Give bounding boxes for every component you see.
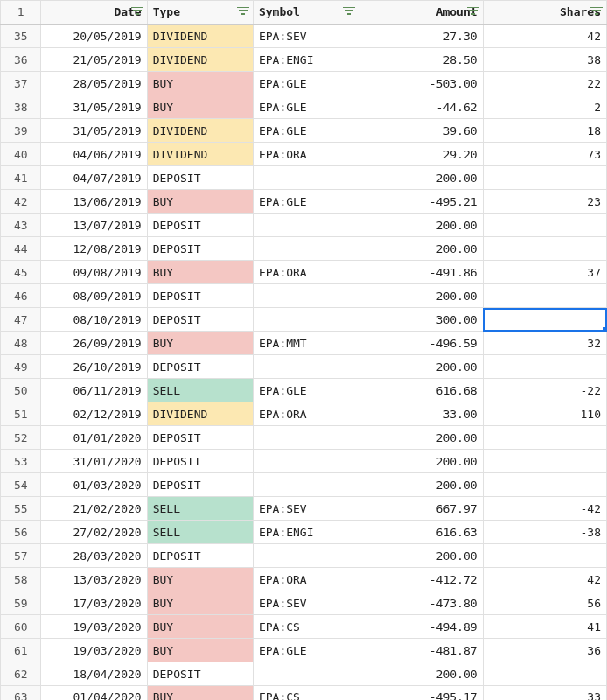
cell-type[interactable]: BUY	[147, 95, 253, 119]
cell-shares[interactable]: 18	[483, 119, 606, 143]
row-number[interactable]: 38	[1, 95, 41, 119]
cell-shares[interactable]: 41	[483, 615, 606, 639]
cell-type[interactable]: DIVIDEND	[147, 119, 253, 143]
cell-symbol[interactable]: EPA:ORA	[253, 143, 359, 166]
cell-date[interactable]: 28/03/2020	[41, 544, 147, 568]
cell-type[interactable]: BUY	[147, 261, 253, 284]
row-number[interactable]: 43	[1, 214, 41, 237]
cell-amount[interactable]: 616.63	[359, 521, 483, 544]
cell-symbol[interactable]: EPA:CS	[253, 615, 359, 639]
row-number[interactable]: 63	[1, 686, 41, 701]
cell-symbol[interactable]	[253, 450, 359, 473]
cell-symbol[interactable]	[253, 166, 359, 190]
cell-symbol[interactable]	[253, 355, 359, 379]
filter-icon[interactable]	[237, 7, 249, 18]
cell-symbol[interactable]	[253, 426, 359, 450]
cell-type[interactable]: DEPOSIT	[147, 355, 253, 379]
cell-amount[interactable]: 33.00	[359, 402, 483, 426]
cell-amount[interactable]: 200.00	[359, 237, 483, 261]
cell-symbol[interactable]: EPA:GLE	[253, 379, 359, 402]
row-number[interactable]: 39	[1, 119, 41, 143]
row-number[interactable]: 35	[1, 24, 41, 48]
cell-shares[interactable]	[483, 355, 606, 379]
cell-shares[interactable]: -38	[483, 521, 606, 544]
cell-symbol[interactable]: EPA:GLE	[253, 72, 359, 95]
cell-date[interactable]: 31/05/2019	[41, 119, 147, 143]
cell-symbol[interactable]	[253, 308, 359, 332]
row-number[interactable]: 61	[1, 639, 41, 662]
cell-date[interactable]: 09/08/2019	[41, 261, 147, 284]
row-number[interactable]: 57	[1, 544, 41, 568]
cell-type[interactable]: DIVIDEND	[147, 402, 253, 426]
cell-type[interactable]: DEPOSIT	[147, 473, 253, 497]
cell-symbol[interactable]	[253, 473, 359, 497]
cell-symbol[interactable]	[253, 544, 359, 568]
row-number[interactable]: 48	[1, 332, 41, 355]
cell-amount[interactable]: 200.00	[359, 166, 483, 190]
cell-type[interactable]: SELL	[147, 497, 253, 521]
cell-amount[interactable]: 616.68	[359, 379, 483, 402]
cell-shares[interactable]	[483, 544, 606, 568]
row-number[interactable]: 59	[1, 592, 41, 615]
filter-icon[interactable]	[467, 7, 479, 18]
cell-type[interactable]: BUY	[147, 332, 253, 355]
cell-type[interactable]: DIVIDEND	[147, 143, 253, 166]
cell-shares[interactable]: 2	[483, 95, 606, 119]
cell-symbol[interactable]: EPA:CS	[253, 686, 359, 701]
cell-shares[interactable]	[483, 662, 606, 686]
cell-date[interactable]: 28/05/2019	[41, 72, 147, 95]
cell-shares[interactable]: 56	[483, 592, 606, 615]
cell-type[interactable]: BUY	[147, 592, 253, 615]
filter-icon[interactable]	[590, 7, 603, 18]
row-number[interactable]: 52	[1, 426, 41, 450]
cell-date[interactable]: 01/04/2020	[41, 686, 147, 701]
row-number[interactable]: 45	[1, 261, 41, 284]
cell-date[interactable]: 27/02/2020	[41, 521, 147, 544]
cell-shares[interactable]: 36	[483, 639, 606, 662]
cell-shares[interactable]	[483, 450, 606, 473]
cell-symbol[interactable]: EPA:ENGI	[253, 48, 359, 72]
filter-icon[interactable]	[131, 7, 143, 18]
cell-shares[interactable]: 38	[483, 48, 606, 72]
cell-date[interactable]: 04/06/2019	[41, 143, 147, 166]
cell-amount[interactable]: -503.00	[359, 72, 483, 95]
cell-shares[interactable]: -42	[483, 497, 606, 521]
cell-amount[interactable]: 200.00	[359, 355, 483, 379]
cell-amount[interactable]: -494.89	[359, 615, 483, 639]
cell-amount[interactable]: 667.97	[359, 497, 483, 521]
row-number[interactable]: 62	[1, 662, 41, 686]
row-number[interactable]: 60	[1, 615, 41, 639]
cell-shares[interactable]: 32	[483, 332, 606, 355]
cell-date[interactable]: 12/08/2019	[41, 237, 147, 261]
cell-amount[interactable]: 200.00	[359, 662, 483, 686]
cell-type[interactable]: BUY	[147, 190, 253, 214]
cell-type[interactable]: DIVIDEND	[147, 24, 253, 48]
cell-amount[interactable]: -495.17	[359, 686, 483, 701]
cell-amount[interactable]: 39.60	[359, 119, 483, 143]
cell-amount[interactable]: -473.80	[359, 592, 483, 615]
cell-symbol[interactable]: EPA:MMT	[253, 332, 359, 355]
cell-type[interactable]: DEPOSIT	[147, 426, 253, 450]
cell-shares[interactable]	[483, 237, 606, 261]
cell-amount[interactable]: 28.50	[359, 48, 483, 72]
cell-symbol[interactable]: EPA:GLE	[253, 639, 359, 662]
cell-date[interactable]: 01/03/2020	[41, 473, 147, 497]
cell-type[interactable]: DEPOSIT	[147, 544, 253, 568]
cell-symbol[interactable]: EPA:ORA	[253, 568, 359, 592]
cell-date[interactable]: 17/03/2020	[41, 592, 147, 615]
cell-date[interactable]: 08/10/2019	[41, 308, 147, 332]
row-number[interactable]: 42	[1, 190, 41, 214]
row-number[interactable]: 36	[1, 48, 41, 72]
cell-date[interactable]: 18/04/2020	[41, 662, 147, 686]
cell-type[interactable]: DIVIDEND	[147, 48, 253, 72]
cell-date[interactable]: 31/01/2020	[41, 450, 147, 473]
cell-symbol[interactable]: EPA:ORA	[253, 261, 359, 284]
cell-type[interactable]: BUY	[147, 639, 253, 662]
cell-amount[interactable]: 200.00	[359, 426, 483, 450]
cell-symbol[interactable]: EPA:GLE	[253, 95, 359, 119]
cell-symbol[interactable]	[253, 214, 359, 237]
cell-date[interactable]: 31/05/2019	[41, 95, 147, 119]
cell-date[interactable]: 19/03/2020	[41, 615, 147, 639]
row-number[interactable]: 41	[1, 166, 41, 190]
cell-shares[interactable]: 42	[483, 568, 606, 592]
